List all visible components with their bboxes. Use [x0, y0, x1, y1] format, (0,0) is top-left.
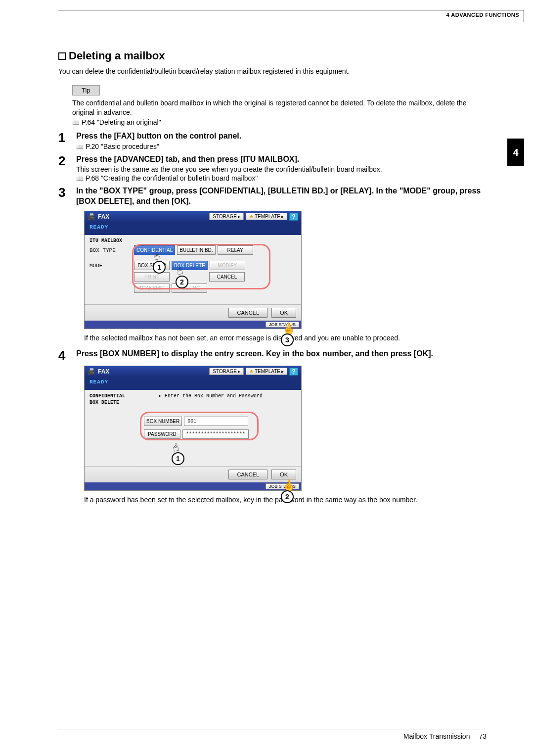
step-title: Press [BOX NUMBER] to display the entry … — [76, 349, 487, 359]
step-number: 4 — [58, 349, 71, 362]
chapter-side-tab: 4 — [507, 139, 524, 166]
relay-button[interactable]: RELAY — [218, 245, 253, 255]
step-number: 2 — [58, 154, 71, 183]
star-icon: ★ — [249, 214, 254, 219]
callout-1: 1 — [153, 261, 166, 274]
step-number: 3 — [58, 186, 71, 207]
chapter-header: 4 ADVANCED FUNCTIONS — [446, 12, 519, 18]
screenshot-panel-2: 📠 FAX STORAGE ▸ ★TEMPLATE ▸ ? READY CONF… — [84, 366, 487, 491]
panel-app-title: FAX — [98, 213, 109, 220]
help-button[interactable]: ? — [289, 213, 298, 221]
star-icon: ★ — [249, 369, 254, 374]
callout-1: 1 — [172, 452, 184, 465]
cancel-small-button[interactable]: CANCEL — [209, 272, 245, 282]
box-number-button[interactable]: BOX NUMBER — [144, 417, 182, 426]
intro-text: You can delete the confidential/bulletin… — [58, 67, 487, 75]
cancel-button[interactable]: CANCEL — [228, 308, 267, 318]
password-button[interactable]: PASSWORD — [144, 429, 180, 439]
template-button[interactable]: ★TEMPLATE ▸ — [246, 213, 287, 220]
transmit-button[interactable]: TRANSMIT — [134, 284, 170, 293]
ready-status: READY — [85, 222, 301, 235]
ready-status: READY — [85, 377, 301, 390]
footer-title: Mailbox Transmission — [403, 732, 470, 740]
box-type-label: BOX TYPE — [89, 245, 134, 253]
step-title: Press the [ADVANCED] tab, and then press… — [76, 154, 487, 165]
mode-label: MODE — [89, 261, 134, 269]
print-button[interactable]: PRINT — [134, 272, 170, 282]
section-title-text: Deleting a mailbox — [69, 49, 165, 62]
help-button[interactable]: ? — [289, 368, 298, 376]
callout-3: 3 — [281, 333, 294, 346]
fax-icon: 📠 — [88, 368, 95, 375]
footer-page-number: 73 — [479, 732, 487, 740]
enter-instruction: ▸ Enter the Box Number and Password — [159, 393, 263, 399]
template-label: TEMPLATE — [255, 369, 280, 374]
storage-button[interactable]: STORAGE ▸ — [209, 213, 244, 220]
storage-button[interactable]: STORAGE ▸ — [209, 368, 244, 375]
square-bullet-icon — [58, 52, 66, 60]
box-number-value: 001 — [184, 417, 248, 426]
storage-label: STORAGE — [213, 214, 237, 219]
template-label: TEMPLATE — [255, 214, 280, 219]
cancel-button[interactable]: CANCEL — [228, 470, 267, 479]
tip-label: Tip — [72, 85, 100, 95]
step-number: 1 — [58, 131, 71, 150]
ok-button[interactable]: OK — [271, 308, 296, 318]
panel-app-title: FAX — [98, 368, 109, 375]
callout-2: 2 — [176, 276, 188, 288]
tip-text: The confidential and bulletin board mail… — [72, 98, 487, 117]
template-button[interactable]: ★TEMPLATE ▸ — [246, 368, 287, 375]
fax-icon: 📠 — [88, 213, 95, 220]
step-reference-link[interactable]: P.68 "Creating the confidential or bulle… — [76, 174, 487, 182]
password-value: ******************** — [182, 429, 249, 439]
bulletin-bd-button[interactable]: BULLETIN BD. — [177, 245, 215, 255]
step-title: In the "BOX TYPE" group, press [CONFIDEN… — [76, 186, 487, 207]
screenshot-panel-1: 📠 FAX STORAGE ▸ ★TEMPLATE ▸ ? READY ITU … — [84, 211, 487, 329]
boxdelete-label: BOX DELETE — [89, 400, 119, 405]
section-title: Deleting a mailbox — [58, 49, 487, 62]
storage-label: STORAGE — [213, 369, 237, 374]
step-title: Press the [FAX] button on the control pa… — [76, 131, 487, 142]
step-reference-link[interactable]: P.20 "Basic procedures" — [76, 142, 487, 150]
conf-label: CONFIDENTIAL — [89, 393, 125, 399]
callout-2: 2 — [281, 490, 294, 503]
step-subtext: This screen is the same as the one you s… — [76, 165, 487, 173]
itu-mailbox-label: ITU MAILBOX — [89, 238, 296, 243]
modify-button[interactable]: MODIFY — [210, 261, 245, 270]
tip-reference-link[interactable]: P.64 "Deleting an original" — [72, 118, 487, 126]
